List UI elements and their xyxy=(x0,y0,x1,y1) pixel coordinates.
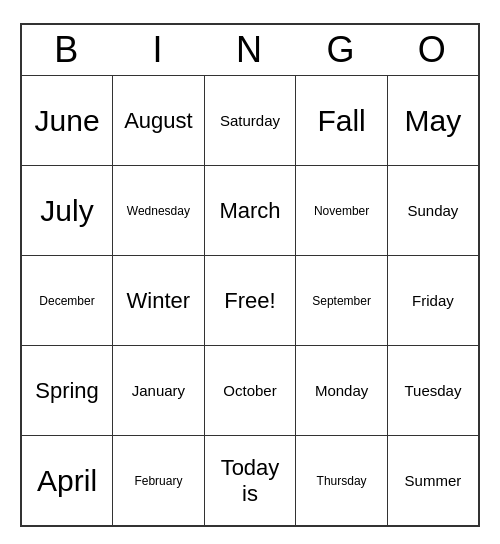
bingo-cell: November xyxy=(296,166,388,256)
bingo-cell: May xyxy=(387,76,479,166)
bingo-grid: BINGO JuneAugustSaturdayFallMayJulyWedne… xyxy=(20,23,480,527)
bingo-cell: Spring xyxy=(21,346,113,436)
bingo-card: BINGO JuneAugustSaturdayFallMayJulyWedne… xyxy=(20,17,480,527)
bingo-header-letter: I xyxy=(113,24,205,76)
bingo-header-letter: N xyxy=(204,24,296,76)
bingo-header-letter: B xyxy=(21,24,113,76)
bingo-cell: Thursday xyxy=(296,436,388,526)
table-row: DecemberWinterFree!SeptemberFriday xyxy=(21,256,479,346)
bingo-cell: Summer xyxy=(387,436,479,526)
table-row: JuneAugustSaturdayFallMay xyxy=(21,76,479,166)
bingo-cell: Winter xyxy=(113,256,205,346)
bingo-cell: December xyxy=(21,256,113,346)
bingo-header-letter: G xyxy=(296,24,388,76)
bingo-cell: January xyxy=(113,346,205,436)
bingo-cell: Wednesday xyxy=(113,166,205,256)
bingo-cell: March xyxy=(204,166,296,256)
table-row: AprilFebruaryToday isThursdaySummer xyxy=(21,436,479,526)
bingo-cell: October xyxy=(204,346,296,436)
table-row: SpringJanuaryOctoberMondayTuesday xyxy=(21,346,479,436)
bingo-header-letter: O xyxy=(387,24,479,76)
bingo-cell: Monday xyxy=(296,346,388,436)
bingo-cell: February xyxy=(113,436,205,526)
bingo-cell: Friday xyxy=(387,256,479,346)
bingo-cell: Tuesday xyxy=(387,346,479,436)
bingo-cell: April xyxy=(21,436,113,526)
bingo-cell: Today is xyxy=(204,436,296,526)
bingo-cell: Fall xyxy=(296,76,388,166)
bingo-cell: August xyxy=(113,76,205,166)
bingo-cell: July xyxy=(21,166,113,256)
bingo-cell: Free! xyxy=(204,256,296,346)
table-row: JulyWednesdayMarchNovemberSunday xyxy=(21,166,479,256)
bingo-cell: Sunday xyxy=(387,166,479,256)
bingo-cell: Saturday xyxy=(204,76,296,166)
bingo-cell: June xyxy=(21,76,113,166)
bingo-cell: September xyxy=(296,256,388,346)
